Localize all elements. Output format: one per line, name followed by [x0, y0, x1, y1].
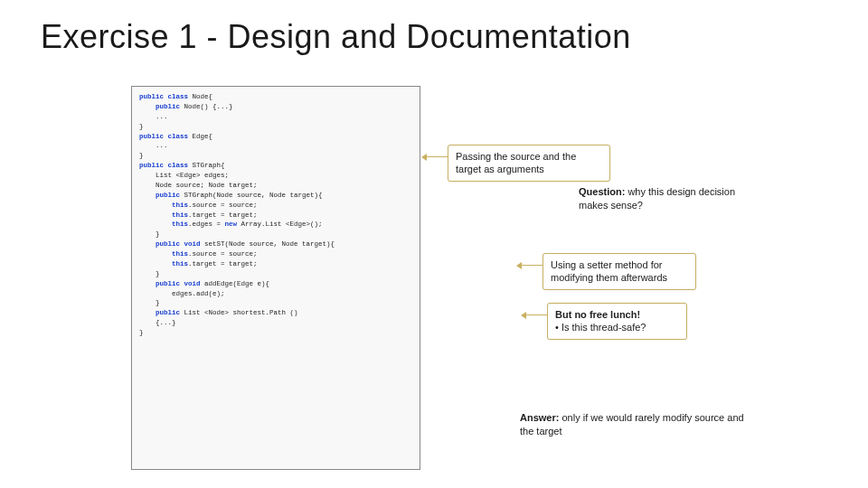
- callout-free-lunch: But no free lunch! • Is this thread-safe…: [547, 303, 687, 340]
- callout-setter: Using a setter method for modifying them…: [542, 253, 696, 290]
- code-panel: public class Node{ public Node() {...} .…: [131, 86, 420, 470]
- label-answer: Answer: only if we would rarely modify s…: [520, 411, 755, 438]
- page-title: Exercise 1 - Design and Documentation: [41, 18, 827, 56]
- callout-passing-args: Passing the source and the target as arg…: [448, 145, 610, 182]
- label-question: Question: why this design decision makes…: [579, 185, 760, 212]
